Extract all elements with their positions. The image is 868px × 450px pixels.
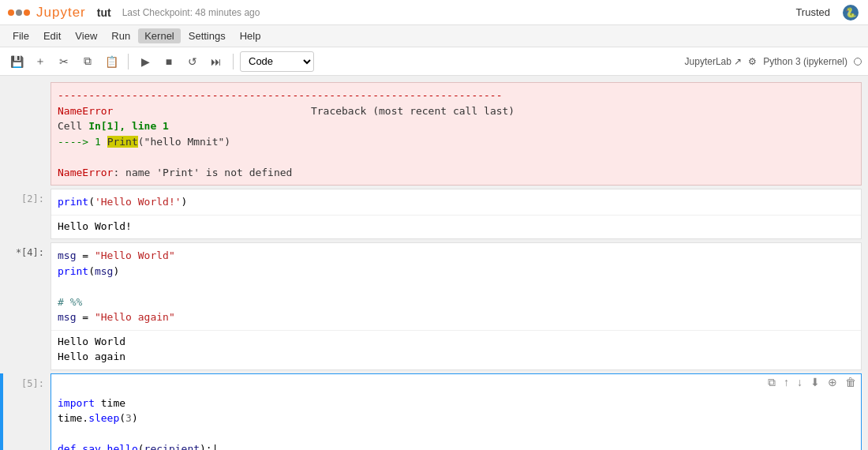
app-title: Jupyter [36, 5, 86, 21]
svg-text:🐍: 🐍 [845, 6, 857, 18]
cell-type-select[interactable]: Code Markdown Raw [240, 51, 314, 72]
copy-cell-button[interactable]: ⧉ [766, 376, 777, 389]
logo-circle-2 [16, 9, 22, 16]
menu-edit[interactable]: Edit [37, 28, 67, 43]
menu-settings[interactable]: Settings [182, 28, 232, 43]
cell-2-output: Hello World! [51, 215, 861, 239]
cell-5-code: import time time.sleep(3) def say_hello(… [51, 391, 861, 451]
cell-5-prompt: [5]: [21, 378, 44, 389]
paste-button[interactable]: 📋 [101, 51, 122, 72]
jupyterlab-link[interactable]: JupyterLab ↗ [685, 56, 743, 67]
cell-4-wrapper: *[4]: msg = "Hello World" print(msg) # %… [0, 242, 868, 370]
cell-5-gutter: [5]: [3, 373, 51, 451]
logo-circle-1 [8, 9, 14, 16]
toolbar-separator-1 [128, 54, 129, 69]
cell-4-gutter: *[4]: [3, 242, 51, 370]
cut-button[interactable]: ✂ [54, 51, 74, 72]
cell-2-code: print('Hello World!') [51, 189, 861, 215]
run-button[interactable]: ▶ [135, 51, 155, 72]
gear-icon[interactable]: ⚙ [748, 56, 757, 67]
cell-4-output: Hello World Hello again [51, 330, 861, 369]
checkpoint-text: Last Checkpoint: 48 minutes ago [122, 7, 260, 18]
cell-5-actions: ⧉ ↑ ↓ ⬇ ⊕ 🗑 [51, 374, 861, 391]
add-cell-button[interactable]: ＋ [30, 51, 51, 72]
cell-2-gutter: [2]: [3, 189, 51, 239]
cell-5-content[interactable]: ⧉ ↑ ↓ ⬇ ⊕ 🗑 import time time.sleep(3) de… [51, 373, 862, 451]
python-logo-icon: 🐍 [841, 3, 860, 22]
trusted-badge: Trusted [795, 6, 830, 18]
stop-button[interactable]: ■ [159, 51, 179, 72]
cell-1-wrapper: ----------------------------------------… [0, 82, 868, 186]
move-up-button[interactable]: ↑ [782, 376, 791, 389]
toolbar: 💾 ＋ ✂ ⧉ 📋 ▶ ■ ↺ ⏭ Code Markdown Raw Jupy… [0, 47, 868, 76]
cell-1-content: ----------------------------------------… [51, 82, 862, 186]
add-below-button[interactable]: ⊕ [826, 376, 839, 389]
toolbar-separator-2 [233, 54, 234, 69]
error-dashes: ----------------------------------------… [58, 88, 855, 180]
cell-2-content[interactable]: print('Hello World!') Hello World! [51, 189, 862, 239]
menu-kernel[interactable]: Kernel [138, 28, 181, 43]
copy-button[interactable]: ⧉ [77, 51, 98, 72]
cell-5-wrapper: [5]: ⧉ ↑ ↓ ⬇ ⊕ 🗑 import time time.sleep(… [0, 373, 868, 451]
top-bar: Jupyter tut Last Checkpoint: 48 minutes … [0, 0, 868, 25]
toolbar-right: JupyterLab ↗ ⚙ Python 3 (ipykernel) [685, 56, 862, 67]
save-button[interactable]: 💾 [6, 51, 27, 72]
menu-bar: File Edit View Run Kernel Settings Help [0, 25, 868, 47]
jupyter-logo: Jupyter [8, 5, 86, 21]
menu-view[interactable]: View [69, 28, 103, 43]
menu-help[interactable]: Help [234, 28, 268, 43]
cell-2-wrapper: [2]: print('Hello World!') Hello World! [0, 189, 868, 239]
menu-run[interactable]: Run [105, 28, 137, 43]
kernel-status-indicator [854, 58, 862, 66]
menu-file[interactable]: File [6, 28, 36, 43]
cell-2-prompt: [2]: [21, 193, 44, 204]
move-down-button[interactable]: ↓ [795, 376, 804, 389]
restart-button[interactable]: ↺ [182, 51, 203, 72]
restart-run-button[interactable]: ⏭ [206, 51, 226, 72]
download-button[interactable]: ⬇ [809, 376, 821, 389]
cell-1-gutter [3, 82, 51, 186]
kernel-name-label: Python 3 (ipykernel) [763, 56, 847, 67]
cell-1-error-output: ----------------------------------------… [51, 83, 861, 185]
notebook-name[interactable]: tut [97, 6, 111, 19]
logo-circle-3 [24, 9, 30, 16]
cell-4-prompt: *[4]: [16, 247, 44, 258]
cell-4-content[interactable]: msg = "Hello World" print(msg) # %% msg … [51, 242, 862, 370]
cell-4-code: msg = "Hello World" print(msg) # %% msg … [51, 243, 861, 330]
delete-cell-button[interactable]: 🗑 [844, 376, 858, 389]
notebook-area: ----------------------------------------… [0, 76, 868, 450]
